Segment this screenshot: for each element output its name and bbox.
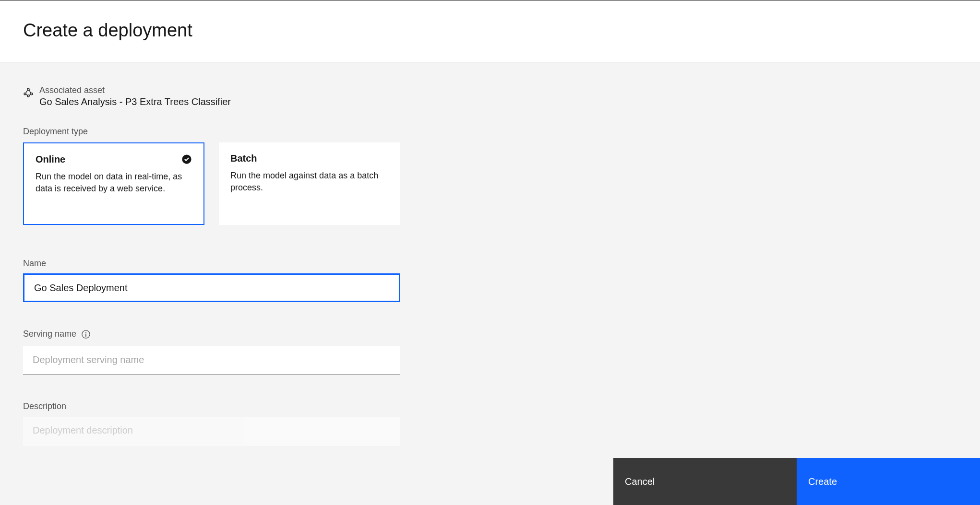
deployment-type-label: Deployment type: [23, 127, 957, 137]
model-icon: [23, 87, 34, 100]
page-title: Create a deployment: [23, 20, 957, 41]
description-input[interactable]: [23, 417, 400, 446]
information-icon[interactable]: [81, 329, 91, 339]
option-title: Batch: [230, 153, 389, 164]
description-label: Description: [23, 401, 957, 411]
option-description: Run the model against data as a batch pr…: [230, 170, 389, 194]
footer-actions: Cancel Create: [613, 458, 980, 505]
name-label: Name: [23, 258, 957, 269]
serving-name-label: Serving name: [23, 329, 76, 339]
description-section: Description: [23, 401, 957, 448]
serving-label-row: Serving name: [23, 329, 957, 339]
serving-name-section: Serving name: [23, 329, 957, 375]
associated-asset-text: Associated asset Go Sales Analysis - P3 …: [39, 85, 231, 107]
deployment-type-online[interactable]: Online Run the model on data in real-tim…: [23, 142, 204, 225]
serving-name-input[interactable]: [23, 346, 400, 375]
deployment-type-options: Online Run the model on data in real-tim…: [23, 142, 957, 225]
associated-asset-name: Go Sales Analysis - P3 Extra Trees Class…: [39, 96, 231, 107]
checkmark-filled-icon: [181, 154, 192, 166]
name-input[interactable]: [23, 273, 400, 302]
name-section: Name: [23, 258, 957, 302]
main-content: Associated asset Go Sales Analysis - P3 …: [0, 62, 980, 448]
associated-asset-section: Associated asset Go Sales Analysis - P3 …: [23, 85, 957, 107]
option-title: Online: [36, 154, 192, 165]
create-button[interactable]: Create: [797, 458, 980, 505]
svg-rect-7: [85, 333, 86, 336]
cancel-button[interactable]: Cancel: [613, 458, 797, 505]
deployment-type-batch[interactable]: Batch Run the model against data as a ba…: [219, 142, 400, 225]
option-description: Run the model on data in real-time, as d…: [36, 171, 192, 195]
associated-asset-label: Associated asset: [39, 85, 231, 95]
svg-point-6: [85, 332, 86, 333]
page-header: Create a deployment: [0, 1, 980, 62]
